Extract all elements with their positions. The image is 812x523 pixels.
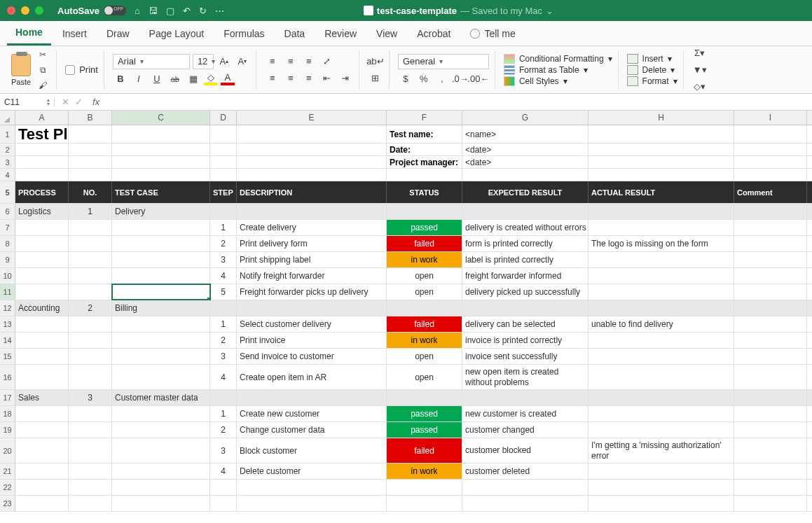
row-header[interactable]: 21 (0, 463, 15, 479)
grid-cell[interactable] (589, 144, 734, 155)
grid-cell[interactable] (210, 390, 237, 405)
grid-cell[interactable] (387, 390, 462, 405)
grid-cell[interactable] (69, 236, 112, 251)
grid-cell[interactable] (15, 422, 69, 438)
step-description[interactable]: Print invoice (237, 333, 387, 348)
grid-cell[interactable] (15, 349, 69, 364)
step-expected[interactable]: delivery can be selected (462, 316, 589, 332)
minimize-window-icon[interactable] (21, 6, 29, 15)
decrease-font-button[interactable]: A▾ (235, 55, 250, 69)
grid-cell[interactable] (210, 204, 237, 219)
grid-cell[interactable] (69, 144, 112, 155)
document-title[interactable]: test-case-template — Saved to my Mac ⌄ (224, 6, 693, 16)
meta-test-name-label[interactable]: Test name: (387, 125, 462, 143)
row-header[interactable]: 19 (0, 422, 15, 438)
col-header-f[interactable]: F (387, 111, 462, 125)
grid-cell[interactable] (15, 438, 69, 463)
step-expected[interactable]: invoice is printed correctly (462, 333, 589, 348)
align-middle-button[interactable]: ≡ (283, 55, 298, 69)
col-header-a[interactable]: A (15, 111, 69, 125)
step-description[interactable]: Print shipping label (237, 252, 387, 267)
decrease-decimal-button[interactable]: .00← (471, 72, 486, 86)
grid-cell[interactable] (112, 144, 210, 155)
step-status[interactable]: passed (387, 406, 462, 421)
step-actual[interactable]: unable to find delivery (589, 316, 734, 332)
row-header[interactable]: 9 (0, 252, 15, 267)
clear-button[interactable]: ◇▾ (692, 80, 708, 94)
grid-cell[interactable] (734, 220, 807, 235)
col-header-h[interactable]: H (589, 111, 734, 125)
step-status[interactable]: failed (387, 316, 462, 332)
section-process[interactable]: Logistics (15, 204, 69, 219)
grid-cell[interactable] (15, 156, 69, 168)
th-process[interactable]: PROCESS (15, 181, 69, 203)
insert-cells-button[interactable]: Insert▾ (627, 54, 677, 64)
grid-cell[interactable] (15, 268, 69, 284)
grid-cell[interactable] (734, 156, 807, 168)
th-no[interactable]: NO. (69, 181, 112, 203)
grid-cell[interactable] (15, 496, 69, 511)
grid-cell[interactable] (69, 169, 112, 181)
grid-cell[interactable] (589, 125, 734, 143)
delete-cells-button[interactable]: Delete▾ (627, 65, 677, 75)
step-actual[interactable] (589, 252, 734, 267)
tell-me-search[interactable]: Tell me (462, 22, 523, 45)
grid-cell[interactable] (112, 268, 210, 284)
step-number[interactable]: 2 (210, 236, 237, 251)
th-comment[interactable]: Comment (734, 181, 807, 203)
conditional-formatting-button[interactable]: Conditional Formatting▾ (504, 54, 612, 64)
grid-cell[interactable] (210, 125, 237, 143)
grid-cell[interactable] (15, 463, 69, 479)
redo-icon[interactable]: ↻ (199, 6, 207, 16)
section-no[interactable]: 2 (69, 300, 112, 316)
tab-insert[interactable]: Insert (54, 22, 95, 45)
grid-cell[interactable] (387, 169, 462, 181)
grid-cell[interactable] (734, 406, 807, 421)
grid-cell[interactable] (462, 204, 589, 219)
grid-cell[interactable] (237, 156, 387, 168)
section-process[interactable]: Sales (15, 390, 69, 405)
grid-cell[interactable] (237, 169, 387, 181)
meta-pm-label[interactable]: Project manager: (387, 156, 462, 168)
grid-cell[interactable] (112, 406, 210, 421)
th-description[interactable]: DESCRIPTION (237, 181, 387, 203)
step-description[interactable]: Create delivery (237, 220, 387, 235)
row-header[interactable]: 7 (0, 220, 15, 235)
merge-button[interactable]: ⊞ (368, 71, 383, 85)
step-number[interactable]: 1 (210, 220, 237, 235)
step-number[interactable]: 1 (210, 406, 237, 421)
cut-button[interactable]: ✂ (35, 48, 50, 61)
grid-cell[interactable] (734, 496, 807, 511)
format-as-table-button[interactable]: Format as Table▾ (504, 65, 612, 75)
grid-cell[interactable] (210, 144, 237, 155)
grid-cell[interactable] (69, 349, 112, 364)
grid-cell[interactable] (734, 204, 807, 219)
row-header[interactable]: 10 (0, 268, 15, 284)
col-header-i[interactable]: I (734, 111, 807, 125)
meta-pm-value[interactable]: <date> (462, 156, 589, 168)
grid-cell[interactable] (15, 284, 69, 300)
grid-cell[interactable] (15, 220, 69, 235)
row-header[interactable]: 5 (0, 181, 15, 203)
grid-cell[interactable] (15, 365, 69, 389)
align-top-button[interactable]: ≡ (265, 55, 280, 69)
wrap-text-button[interactable]: ab↵ (368, 55, 383, 69)
grid-cell[interactable] (69, 268, 112, 284)
grid-cell[interactable] (734, 480, 807, 495)
italic-button[interactable]: I (131, 72, 146, 86)
grid-cell[interactable] (69, 316, 112, 332)
grid-cell[interactable] (734, 169, 807, 181)
grid-cell[interactable] (589, 300, 734, 316)
accept-formula-icon[interactable]: ✓ (75, 97, 83, 107)
grid-cell[interactable] (589, 390, 734, 405)
fill-button[interactable]: ▼▾ (692, 63, 708, 77)
step-actual[interactable] (589, 349, 734, 364)
tab-view[interactable]: View (368, 22, 406, 45)
comma-button[interactable]: , (434, 72, 450, 86)
grid-cell[interactable] (387, 300, 462, 316)
col-header-d[interactable]: D (210, 111, 237, 125)
grid-cell[interactable] (237, 300, 387, 316)
grid-cell[interactable] (69, 220, 112, 235)
align-center-button[interactable]: ≡ (283, 71, 298, 85)
step-actual[interactable]: The logo is missing on the form (589, 236, 734, 251)
